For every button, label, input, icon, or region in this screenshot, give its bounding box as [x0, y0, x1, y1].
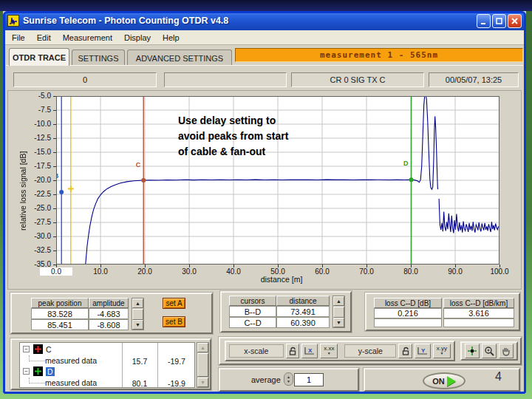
legend-cursor-c-label[interactable]: C [46, 345, 52, 354]
cursors-panel: cursors distance B--D 73.491 C--D 60.390… [220, 291, 352, 332]
menu-measurement[interactable]: Measurement [57, 32, 118, 44]
svg-text:Y: Y [421, 347, 426, 354]
tab-settings[interactable]: SETTINGS [72, 50, 125, 66]
desktop-background: Sunrise Telecom - Photon Counting OTDR v… [0, 0, 532, 399]
x-tick-mark [233, 265, 234, 267]
tab-page-edge [6, 65, 523, 66]
annotation-line-1: Use delay setting to [178, 113, 333, 129]
x-tick-label: 30.0 [173, 267, 205, 276]
maximize-button[interactable] [492, 14, 506, 28]
trace-segment [439, 199, 499, 233]
zoom-tool-icon[interactable] [482, 344, 497, 358]
scroll-thumb[interactable] [132, 309, 143, 320]
status-timestamp: 00/05/07, 13:25 [429, 72, 519, 87]
y-scale-lock-icon[interactable] [398, 344, 412, 358]
y-scale-format-button[interactable]: x.yy▼ [433, 344, 451, 358]
peaks-header-position[interactable]: peak position [31, 298, 89, 308]
scroll-thumb[interactable] [333, 307, 344, 318]
set-a-button[interactable]: set A [163, 298, 185, 309]
page-number: 4 [495, 370, 502, 383]
y-axis-title: relative loss signal [dB] [18, 120, 29, 261]
status-signal: CR 0 SIG TX C [291, 72, 424, 87]
green-run-arrow-icon [447, 376, 456, 386]
cursor-pair-label: C--D [229, 317, 276, 328]
pan-hand-tool-icon[interactable] [499, 344, 514, 358]
y-tick-label: -7.5 [20, 106, 51, 114]
scroll-down-icon[interactable]: ▼ [333, 318, 344, 327]
x-tick-label: 20.0 [129, 267, 161, 276]
average-panel: average ▲▼ 1 [219, 368, 359, 392]
x-scale-label: x-scale [229, 344, 284, 358]
cursor-move-tool-icon[interactable] [465, 344, 480, 358]
peak-position-value: 85.451 [31, 319, 89, 330]
y-tick-mark [53, 124, 56, 125]
power-panel: ON 4 [364, 368, 520, 392]
x-axis-title: distance [m] [208, 275, 355, 284]
cursor-c-marker-icon[interactable] [33, 344, 43, 354]
y-scale-label: y-scale [344, 344, 396, 358]
legend-row-label: measured data [45, 378, 97, 387]
loss-db-header[interactable]: loss C--D [dB] [374, 298, 442, 308]
minimize-button[interactable] [477, 14, 491, 28]
cursor-marker-C [141, 178, 146, 183]
x-tick-mark [189, 265, 190, 267]
average-spinner[interactable]: ▲▼ [284, 372, 293, 386]
legend-cursor-d-label[interactable]: D [46, 367, 55, 376]
average-value-input[interactable]: 1 [294, 373, 324, 386]
scroll-down-icon[interactable]: ▼ [197, 378, 208, 387]
loss-db-value: 0.216 [374, 308, 442, 318]
y-tick-mark [53, 138, 56, 139]
x-tick-label: 80.0 [395, 267, 427, 276]
x-scale-lock-icon[interactable] [286, 344, 300, 358]
y-tick-mark [53, 250, 56, 251]
y-tick-mark [53, 222, 56, 223]
legend-group-d[interactable]: − D [20, 366, 194, 377]
y-scale-autoscale-icon[interactable]: Y [415, 344, 431, 358]
legend-scrollbar[interactable]: ▲ ▼ [197, 342, 209, 388]
scroll-thumb[interactable] [197, 353, 208, 377]
cursor-distance-value: 73.491 [276, 306, 330, 317]
scroll-up-icon[interactable]: ▲ [132, 299, 143, 308]
x-tick-mark [145, 265, 146, 267]
collapse-icon[interactable]: − [23, 368, 30, 375]
x-tick-label: 100.0 [483, 267, 516, 276]
menu-help[interactable]: Help [157, 32, 185, 44]
peak-amplitude-value: -8.608 [89, 319, 129, 330]
x-tick-mark [322, 265, 323, 267]
tab-otdr-trace[interactable]: OTDR TRACE [9, 48, 69, 66]
scroll-up-icon[interactable]: ▲ [333, 296, 344, 306]
scroll-up-icon[interactable]: ▲ [197, 343, 208, 352]
status-field-mid [164, 72, 287, 87]
y-tick-mark [53, 152, 56, 153]
on-button[interactable]: ON [423, 372, 466, 389]
legend-group-c[interactable]: − C [20, 344, 194, 355]
x-scale-format-button[interactable]: x.xx▼ [320, 344, 338, 358]
cursor-d-marker-icon[interactable] [33, 366, 43, 376]
collapse-icon[interactable]: − [23, 346, 30, 352]
loss-dbkm-header[interactable]: loss C--D [dB/km] [443, 298, 514, 308]
tab-advanced-settings[interactable]: ADVANCED SETTINGS [127, 50, 232, 66]
scale-toolbar-panel: x-scale X x.xx▼ y-scale Y x.yy▼ [219, 337, 522, 365]
window-titlebar[interactable]: Sunrise Telecom - Photon Counting OTDR v… [3, 11, 526, 30]
close-button[interactable] [508, 14, 522, 28]
svg-text:X: X [308, 347, 313, 354]
peaks-header-amplitude[interactable]: amplitude [89, 298, 129, 308]
app-window: Sunrise Telecom - Photon Counting OTDR v… [3, 11, 526, 394]
legend-panel: − C measured data 15.7 -19.7 − [10, 338, 211, 390]
peaks-scrollbar[interactable]: ▲ ▼ [132, 298, 144, 330]
cursor-distance-value: 60.390 [276, 317, 330, 328]
distance-header[interactable]: distance [276, 296, 330, 306]
menu-edit[interactable]: Edit [31, 32, 57, 44]
legend-c-x-value: 15.7 [123, 357, 156, 366]
cursors-scrollbar[interactable]: ▲ ▼ [332, 296, 345, 328]
menu-display[interactable]: Display [118, 32, 157, 44]
cursors-header[interactable]: cursors [229, 296, 276, 306]
menu-file[interactable]: File [6, 32, 31, 44]
x-scale-autoscale-icon[interactable]: X [301, 344, 318, 358]
set-b-button[interactable]: set B [163, 316, 185, 327]
y-tick-mark [53, 208, 56, 209]
y-tick-mark [53, 194, 56, 195]
scroll-down-icon[interactable]: ▼ [132, 320, 143, 330]
caret-down-icon: ▼ [327, 351, 331, 356]
peaks-panel: peak position amplitude 83.528 -4.683 85… [10, 293, 213, 334]
